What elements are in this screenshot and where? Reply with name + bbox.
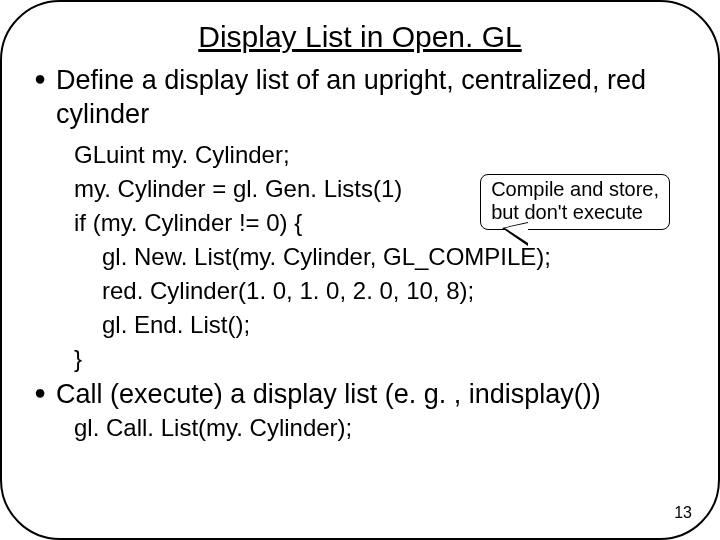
code-line-6: gl. End. List(); bbox=[74, 308, 690, 342]
bullet-2: ● Call (execute) a display list (e. g. ,… bbox=[30, 378, 690, 412]
code-line-call: gl. Call. List(my. Cylinder); bbox=[74, 414, 690, 442]
code-line-1: GLuint my. Cylinder; bbox=[74, 138, 690, 172]
bullet-2-text: Call (execute) a display list (e. g. , i… bbox=[56, 378, 601, 412]
code-line-4: gl. New. List(my. Cylinder, GL_COMPILE); bbox=[74, 240, 690, 274]
callout-line-2: but don't execute bbox=[491, 201, 659, 224]
bullet-dot-icon: ● bbox=[34, 64, 46, 92]
bullet-1: ● Define a display list of an upright, c… bbox=[30, 64, 690, 132]
callout-line-1: Compile and store, bbox=[491, 178, 659, 201]
slide-frame: Display List in Open. GL ● Define a disp… bbox=[0, 0, 720, 540]
code-line-7: } bbox=[74, 342, 690, 376]
page-number: 13 bbox=[674, 504, 692, 522]
slide-title: Display List in Open. GL bbox=[30, 20, 690, 54]
bullet-1-text: Define a display list of an upright, cen… bbox=[56, 64, 690, 132]
code-line-5: red. Cylinder(1. 0, 1. 0, 2. 0, 10, 8); bbox=[74, 274, 690, 308]
bullet-dot-icon: ● bbox=[34, 378, 46, 406]
